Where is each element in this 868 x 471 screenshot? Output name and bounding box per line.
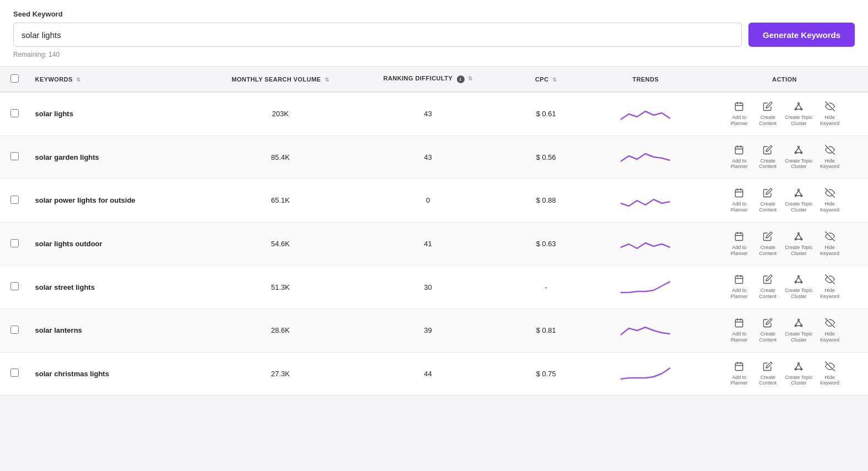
create-content-button[interactable]: CreateContent <box>756 318 779 343</box>
hide-keyword-button[interactable]: HideKeyword <box>818 361 842 387</box>
create-topic-cluster-icon <box>794 274 804 286</box>
hide-keyword-button[interactable]: HideKeyword <box>818 145 842 170</box>
col-header-keywords[interactable]: KEYWORDS ⇅ <box>30 67 207 92</box>
action-group: Add toPlanner CreateContent Create Topic… <box>707 101 862 127</box>
create-content-button[interactable]: CreateContent <box>756 101 779 127</box>
create-topic-cluster-button[interactable]: Create TopicCluster <box>785 361 812 387</box>
hide-keyword-button[interactable]: HideKeyword <box>818 231 842 257</box>
add-to-planner-button[interactable]: Add toPlanner <box>727 231 751 257</box>
add-to-planner-button[interactable]: Add toPlanner <box>727 101 751 127</box>
create-content-label: CreateContent <box>759 288 777 300</box>
add-to-planner-icon <box>734 361 744 373</box>
row-checkbox-cell[interactable] <box>0 222 30 266</box>
create-content-button[interactable]: CreateContent <box>756 274 779 300</box>
row-checkbox-cell[interactable] <box>0 136 30 179</box>
create-topic-cluster-label: Create TopicCluster <box>785 115 812 127</box>
row-checkbox-cell[interactable] <box>0 179 30 223</box>
create-content-icon <box>763 274 773 286</box>
svg-line-18 <box>796 148 799 152</box>
add-to-planner-label: Add toPlanner <box>731 245 748 257</box>
msv-cell: 27.3K <box>207 352 354 396</box>
create-content-button[interactable]: CreateContent <box>756 188 779 213</box>
col-header-rd[interactable]: RANKING DIFFICULTY i ⇅ <box>354 67 502 92</box>
msv-cell: 54.6K <box>207 222 354 266</box>
trend-sparkline <box>621 276 670 298</box>
create-topic-cluster-icon <box>794 361 804 373</box>
cpc-cell: $ 0.61 <box>502 92 590 136</box>
remaining-count: Remaining: 140 <box>13 51 855 58</box>
table-row: solar lights203K43$ 0.61 Add toPlanner C… <box>0 92 868 136</box>
row-checkbox[interactable] <box>10 109 19 117</box>
row-checkbox-cell[interactable] <box>0 352 30 396</box>
hide-keyword-button[interactable]: HideKeyword <box>818 101 842 127</box>
row-checkbox[interactable] <box>10 196 19 204</box>
add-to-planner-button[interactable]: Add toPlanner <box>727 145 751 170</box>
create-content-icon <box>763 188 773 199</box>
table-row: solar lights outdoor54.6K41$ 0.63 Add to… <box>0 222 868 266</box>
rd-cell: 41 <box>354 222 502 266</box>
create-topic-cluster-button[interactable]: Create TopicCluster <box>785 318 812 343</box>
create-content-icon <box>763 361 773 373</box>
hide-keyword-button[interactable]: HideKeyword <box>818 318 842 343</box>
hide-keyword-button[interactable]: HideKeyword <box>818 274 842 300</box>
col-header-msv[interactable]: MONTHLY SEARCH VOLUME ⇅ <box>207 67 354 92</box>
generate-keywords-button[interactable]: Generate Keywords <box>748 23 855 47</box>
row-checkbox[interactable] <box>10 282 19 290</box>
create-topic-cluster-icon <box>794 101 804 113</box>
seed-input[interactable] <box>13 23 742 47</box>
create-content-label: CreateContent <box>759 245 777 257</box>
col-header-action: ACTION <box>701 67 868 92</box>
create-content-icon <box>763 101 773 113</box>
create-content-button[interactable]: CreateContent <box>756 361 779 387</box>
hide-keyword-button[interactable]: HideKeyword <box>818 188 842 213</box>
add-to-planner-label: Add toPlanner <box>731 375 748 387</box>
table-row: solar christmas lights27.3K44$ 0.75 Add … <box>0 352 868 396</box>
trends-cell <box>590 92 701 136</box>
trend-sparkline <box>621 103 670 125</box>
trend-sparkline <box>621 190 670 212</box>
add-to-planner-button[interactable]: Add toPlanner <box>727 274 751 300</box>
row-checkbox[interactable] <box>10 152 19 160</box>
create-topic-cluster-button[interactable]: Create TopicCluster <box>785 188 812 213</box>
add-to-planner-icon <box>734 231 744 243</box>
svg-line-19 <box>799 148 801 152</box>
create-topic-cluster-button[interactable]: Create TopicCluster <box>785 101 812 127</box>
hide-keyword-icon <box>825 188 835 199</box>
create-topic-cluster-button[interactable]: Create TopicCluster <box>785 145 812 170</box>
keyword-cell: solar lights outdoor <box>30 222 207 266</box>
keywords-table-wrapper: KEYWORDS ⇅ MONTHLY SEARCH VOLUME ⇅ RANKI… <box>0 67 868 396</box>
create-content-button[interactable]: CreateContent <box>756 145 779 170</box>
create-topic-cluster-button[interactable]: Create TopicCluster <box>785 274 812 300</box>
svg-line-74 <box>799 364 801 369</box>
row-checkbox-cell[interactable] <box>0 308 30 352</box>
cpc-cell: $ 0.56 <box>502 136 590 179</box>
create-topic-cluster-button[interactable]: Create TopicCluster <box>785 231 812 257</box>
create-content-icon <box>763 145 773 156</box>
row-checkbox[interactable] <box>10 369 19 377</box>
create-content-button[interactable]: CreateContent <box>756 231 779 257</box>
cpc-cell: $ 0.81 <box>502 308 590 352</box>
col-header-cpc[interactable]: CPC ⇅ <box>502 67 590 92</box>
msv-cell: 28.6K <box>207 308 354 352</box>
select-all-checkbox[interactable] <box>10 74 19 83</box>
action-cell: Add toPlanner CreateContent Create Topic… <box>701 179 868 223</box>
svg-line-8 <box>799 104 801 109</box>
msv-cell: 85.4K <box>207 136 354 179</box>
add-to-planner-button[interactable]: Add toPlanner <box>727 361 751 387</box>
add-to-planner-button[interactable]: Add toPlanner <box>727 318 751 343</box>
hide-keyword-label: HideKeyword <box>820 288 839 300</box>
row-checkbox[interactable] <box>10 239 19 247</box>
hide-keyword-label: HideKeyword <box>820 331 839 343</box>
trend-sparkline <box>621 320 670 342</box>
col-header-trends: TRENDS <box>590 67 701 92</box>
hide-keyword-label: HideKeyword <box>820 245 839 257</box>
trends-cell <box>590 222 701 266</box>
add-to-planner-button[interactable]: Add toPlanner <box>727 188 751 213</box>
row-checkbox[interactable] <box>10 326 19 334</box>
row-checkbox-cell[interactable] <box>0 266 30 309</box>
trends-cell <box>590 308 701 352</box>
add-to-planner-icon <box>734 188 744 199</box>
svg-line-30 <box>799 191 801 195</box>
select-all-header[interactable] <box>0 67 30 92</box>
row-checkbox-cell[interactable] <box>0 92 30 136</box>
